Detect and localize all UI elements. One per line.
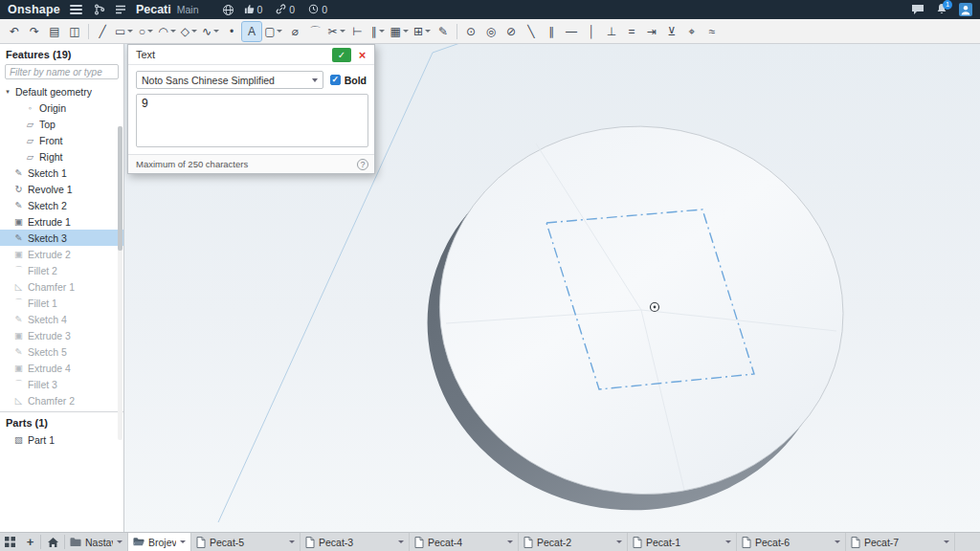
notifications-bell-icon[interactable]: 1 — [936, 3, 947, 17]
tab-menu-caret[interactable] — [180, 540, 186, 543]
equal-constraint-icon[interactable]: = — [622, 22, 641, 41]
chevron-down-icon[interactable]: ▾ — [4, 88, 11, 96]
curvature-constraint-icon[interactable]: ≈ — [702, 22, 722, 41]
spline-icon[interactable]: ∿ — [200, 22, 221, 41]
onshape-logo[interactable]: Onshape — [8, 3, 60, 16]
redo-icon[interactable]: ↷ — [25, 22, 44, 41]
linear-pattern-dropdown-caret[interactable] — [403, 30, 409, 33]
cancel-button[interactable]: × — [355, 48, 369, 62]
tab-pecat-1[interactable]: Pecat-1 — [628, 533, 737, 551]
tab-manager-icon[interactable] — [0, 533, 20, 551]
tree-item-sketch-3[interactable]: ✎Sketch 3 — [0, 230, 123, 246]
circle-dropdown-caret[interactable] — [147, 30, 153, 33]
tangent-constraint-icon[interactable]: ⊘ — [501, 22, 521, 41]
viewport[interactable]: Text ✓ × Noto Sans Chinese Simplified ✓ … — [124, 44, 980, 532]
tree-item-extrude-1[interactable]: ▣Extrude 1 — [0, 213, 123, 230]
text-icon[interactable]: A — [242, 22, 261, 41]
tree-item-default-geometry[interactable]: ▾Default geometry — [0, 83, 123, 99]
sketch-plane-edge-line-2[interactable] — [433, 44, 553, 53]
vertical-constraint-icon[interactable]: │ — [582, 22, 601, 41]
features-scrollbar[interactable] — [118, 126, 122, 440]
history-counter[interactable]: 0 — [308, 4, 327, 16]
confirm-button[interactable]: ✓ — [332, 48, 351, 62]
create-tab-button[interactable]: + — [20, 533, 40, 551]
tree-item-sketch-5[interactable]: ✎Sketch 5 — [0, 343, 123, 360]
tab-menu-caret[interactable] — [725, 540, 731, 543]
coincident-constraint-icon[interactable]: ⊙ — [461, 22, 480, 41]
undo-icon[interactable]: ↶ — [5, 22, 24, 41]
likes-counter[interactable]: 0 — [244, 4, 263, 16]
text-input[interactable]: 9 — [136, 94, 368, 147]
tab-nastavci[interactable]: Nastavci — [65, 533, 128, 551]
tree-item-extrude-3[interactable]: ▣Extrude 3 — [0, 327, 123, 343]
offset-dropdown-caret[interactable] — [379, 30, 385, 33]
hamburger-menu-icon[interactable] — [70, 5, 82, 14]
tree-item-fillet-1[interactable]: ⌒Fillet 1 — [0, 295, 123, 311]
tree-item-fillet-3[interactable]: ⌒Fillet 3 — [0, 376, 123, 392]
sketch-origin-marker[interactable] — [651, 303, 659, 312]
tab-menu-caret[interactable] — [507, 540, 513, 543]
linear-pattern-icon[interactable]: ▦ — [389, 22, 411, 41]
tree-item-revolve-1[interactable]: ↻Revolve 1 — [0, 181, 123, 197]
concentric-constraint-icon[interactable]: ◎ — [481, 22, 501, 41]
slot-icon[interactable]: ▢ — [262, 22, 284, 41]
spline-dropdown-caret[interactable] — [213, 30, 219, 33]
point-icon[interactable]: • — [222, 22, 241, 41]
circular-pattern-dropdown-caret[interactable] — [425, 30, 431, 33]
tab-pecat-3[interactable]: Pecat-3 — [301, 533, 410, 551]
parallel-constraint-icon[interactable]: ∥ — [542, 22, 561, 41]
user-avatar[interactable] — [959, 3, 972, 16]
tree-item-top[interactable]: ▱Top — [0, 116, 123, 132]
tab-pecat-2[interactable]: Pecat-2 — [519, 533, 628, 551]
tree-item-origin[interactable]: ◦Origin — [0, 99, 123, 116]
tree-item-sketch-2[interactable]: ✎Sketch 2 — [0, 197, 123, 213]
normal-constraint-icon[interactable]: ╲ — [522, 22, 541, 41]
horizontal-constraint-icon[interactable]: — — [562, 22, 581, 41]
tree-item-sketch-1[interactable]: ✎Sketch 1 — [0, 165, 123, 181]
tab-menu-caret[interactable] — [398, 540, 404, 543]
tab-brojevi[interactable]: Brojevi — [128, 533, 191, 551]
insert-dxf-icon[interactable]: ◫ — [65, 22, 84, 41]
tree-item-extrude-4[interactable]: ▣Extrude 4 — [0, 360, 123, 376]
trim-dropdown-caret[interactable] — [340, 30, 345, 33]
extend-icon[interactable]: ⊢ — [348, 22, 368, 41]
corner-rectangle-dropdown-caret[interactable] — [127, 30, 133, 33]
fillet-icon[interactable]: ⌒ — [305, 22, 324, 41]
ellipse-dropdown-caret[interactable] — [170, 30, 176, 33]
tree-item-part-1[interactable]: ▧Part 1 — [0, 431, 123, 448]
format-painter-icon[interactable]: ✎ — [434, 22, 453, 41]
text-dialog-header[interactable]: Text ✓ × — [128, 45, 374, 65]
part-disc[interactable] — [409, 105, 861, 531]
trim-icon[interactable]: ✂ — [325, 22, 346, 41]
bold-toggle[interactable]: ✓ Bold — [330, 75, 367, 86]
fix-constraint-icon[interactable]: ⌖ — [682, 22, 702, 41]
insert-image-icon[interactable]: ▤ — [45, 22, 64, 41]
chat-icon[interactable] — [911, 4, 924, 15]
bold-checkbox-checked-icon[interactable]: ✓ — [330, 75, 341, 85]
tab-pecat-5[interactable]: Pecat-5 — [191, 533, 301, 551]
tab-pecat-7[interactable]: Pecat-7 — [846, 533, 955, 551]
tree-item-extrude-2[interactable]: ▣Extrude 2 — [0, 246, 123, 262]
polygon-icon[interactable]: ◇ — [179, 22, 199, 41]
home-icon[interactable] — [41, 533, 64, 551]
dimension-icon[interactable]: ⌀ — [285, 22, 304, 41]
tab-pecat-4[interactable]: Pecat-4 — [410, 533, 519, 551]
features-scrollbar-thumb[interactable] — [118, 126, 122, 251]
links-counter[interactable]: 0 — [276, 4, 295, 16]
tree-item-fillet-2[interactable]: ⌒Fillet 2 — [0, 262, 123, 278]
circular-pattern-icon[interactable]: ⊞ — [412, 22, 433, 41]
tab-menu-caret[interactable] — [289, 540, 295, 543]
line-icon[interactable]: ╱ — [93, 22, 112, 41]
font-select[interactable]: Noto Sans Chinese Simplified — [136, 71, 323, 89]
offset-icon[interactable]: ∥ — [368, 22, 388, 41]
tree-item-chamfer-2[interactable]: ◺Chamfer 2 — [0, 392, 123, 408]
symmetric-constraint-icon[interactable]: ⊻ — [662, 22, 681, 41]
polygon-dropdown-caret[interactable] — [191, 30, 197, 33]
corner-rectangle-icon[interactable]: ▭ — [113, 22, 135, 41]
feature-list-icon[interactable] — [115, 4, 126, 15]
slot-dropdown-caret[interactable] — [277, 30, 282, 33]
ellipse-icon[interactable]: ◠ — [156, 22, 177, 41]
tree-item-chamfer-1[interactable]: ◺Chamfer 1 — [0, 278, 123, 295]
workspace-name[interactable]: Main — [177, 4, 199, 15]
tab-menu-caret[interactable] — [944, 540, 949, 543]
